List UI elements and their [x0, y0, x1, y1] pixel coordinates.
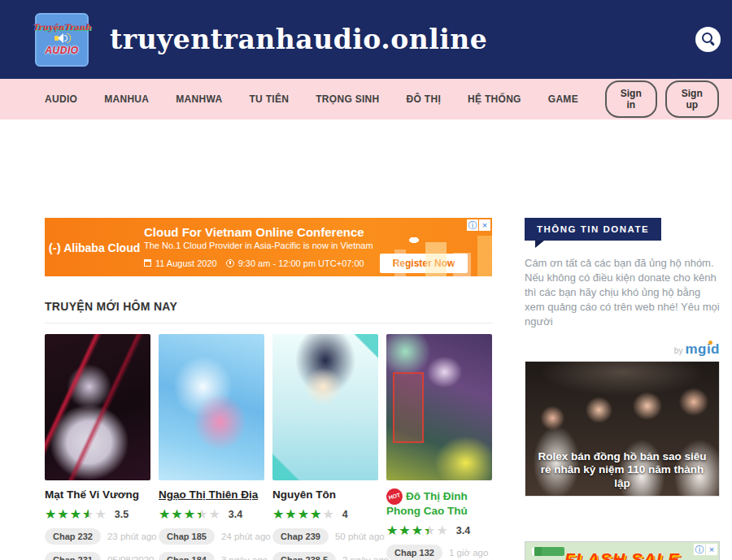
- chapter-row: Chap 184 3 ngày ago: [159, 552, 264, 560]
- chapter-badge[interactable]: Chap 238.5: [272, 552, 336, 560]
- chapter-badge[interactable]: Chap 185: [159, 528, 215, 545]
- speaker-icon: [54, 33, 69, 43]
- adchoices-info-icon[interactable]: ⓘ: [467, 219, 478, 231]
- clock-icon: [226, 259, 234, 267]
- comic-card: Mạt Thế Vi Vương ★★★★★★★★★★ 3.5 Chap 232…: [45, 334, 150, 560]
- chapter-row: Chap 239 50 phút ago: [272, 528, 378, 545]
- star-rating-icon: ★★★★★★★★★★: [45, 508, 107, 521]
- nav-item-audio[interactable]: AUDIO: [45, 93, 77, 105]
- ad-date: 11 August 2020: [155, 258, 217, 268]
- alibaba-ad-banner[interactable]: (-) Alibaba Cloud Cloud For Vietnam Onli…: [45, 218, 492, 276]
- chapter-time: 23 phút ago: [107, 532, 157, 541]
- site-logo[interactable]: TruyệnTranh AUDIO: [35, 13, 89, 67]
- rating-row: ★★★★★★★★★★ 3.4: [159, 508, 264, 521]
- rating-value: 4: [342, 509, 348, 520]
- rating-row: ★★★★★★★★★★ 3.4: [386, 524, 492, 537]
- chapter-time: 2 ngày ago: [342, 555, 389, 560]
- comic-cover-image[interactable]: [386, 334, 492, 480]
- donate-section-title: THÔNG TIN DONATE: [525, 218, 661, 241]
- ad-subtitle: The No.1 Cloud Provider in Asia-Pacific …: [144, 241, 492, 250]
- ad-close-icon[interactable]: ×: [479, 219, 490, 231]
- chapter-time: 50 phút ago: [335, 532, 385, 541]
- mgid-sponsored-ad[interactable]: Rolex bán đồng hồ bản sao siêu rẻ nhân k…: [525, 361, 720, 497]
- nav-item-game[interactable]: GAME: [548, 93, 578, 105]
- star-rating-icon: ★★★★★★★★★★: [159, 508, 221, 521]
- rating-row: ★★★★★★★★★★ 4: [272, 508, 378, 521]
- main-nav: AUDIO MANHUA MANHWA TU TIÊN TRỌNG SINH Đ…: [0, 79, 732, 119]
- main-content: (-) Alibaba Cloud Cloud For Vietnam Onli…: [0, 119, 732, 560]
- register-now-button[interactable]: Register Now: [380, 254, 468, 273]
- ad-time: 9:30 am - 12:00 pm UTC+07:00: [238, 258, 364, 268]
- ad-title: Cloud For Vietnam Online Conference: [144, 225, 492, 239]
- site-header: TruyệnTranh AUDIO truyentranhaudio.onlin…: [0, 0, 732, 79]
- chapter-row: Chap 238.5 2 ngày ago: [272, 552, 378, 560]
- sign-up-button[interactable]: Sign up: [665, 80, 720, 118]
- star-rating-icon: ★★★★★★★★★★: [272, 508, 335, 521]
- hot-badge: HOT: [385, 487, 404, 506]
- nav-item-do-thi[interactable]: ĐÔ THỊ: [407, 93, 441, 105]
- comic-card-grid: Mạt Thế Vi Vương ★★★★★★★★★★ 3.5 Chap 232…: [45, 334, 492, 560]
- flash-sale-ad[interactable]: ⓘ × FLASH SALE XEM NGAY: [525, 541, 720, 560]
- star-rating-icon: ★★★★★★★★★★: [386, 524, 449, 537]
- comic-title-link[interactable]: Ngạo Thị Thiên Địa: [159, 488, 264, 502]
- comic-cover-image[interactable]: [159, 334, 264, 480]
- chapter-row: Chap 132 1 giờ ago: [386, 545, 492, 560]
- rating-value: 3.5: [115, 509, 129, 520]
- comic-card: Nguyên Tôn ★★★★★★★★★★ 4 Chap 239 50 phút…: [272, 334, 378, 560]
- donate-message: Cám ơn tất cả các bạn đã ủng hộ nhóm. Nế…: [525, 256, 720, 329]
- adchoices-info-icon[interactable]: ⓘ: [694, 544, 705, 555]
- chapter-row: Chap 185 24 phút ago: [159, 528, 264, 545]
- sign-in-button[interactable]: Sign in: [605, 80, 657, 118]
- chapter-time: 05/08/2020: [107, 555, 155, 560]
- comic-card: Ngạo Thị Thiên Địa ★★★★★★★★★★ 3.4 Chap 1…: [159, 334, 264, 560]
- comic-cover-image[interactable]: [272, 334, 378, 480]
- logo-text-bottom: AUDIO: [45, 45, 78, 56]
- nav-item-tu-tien[interactable]: TU TIÊN: [249, 93, 289, 105]
- logo-text-top: TruyệnTranh: [33, 23, 91, 32]
- nav-item-he-thong[interactable]: HỆ THỐNG: [468, 93, 521, 105]
- mgid-ad-caption: Rolex bán đồng hồ bản sao siêu rẻ nhân k…: [525, 450, 719, 490]
- comic-title-link[interactable]: HOTĐô Thị Đỉnh Phong Cao Thủ: [386, 488, 492, 519]
- section-header: TRUYỆN MỚI HÔM NAY: [45, 299, 492, 323]
- mgid-attribution[interactable]: bymgid: [525, 341, 720, 358]
- rating-row: ★★★★★★★★★★ 3.5: [45, 508, 150, 521]
- chapter-time: 3 ngày ago: [221, 555, 268, 560]
- mgid-logo: mgid: [685, 341, 720, 357]
- flash-ad-brand-badge: [532, 547, 564, 556]
- nav-item-manhua[interactable]: MANHUA: [104, 93, 149, 105]
- ad-close-icon[interactable]: ×: [706, 544, 717, 555]
- rating-value: 3.4: [456, 525, 470, 536]
- rating-value: 3.4: [229, 509, 242, 520]
- chapter-row: Chap 231 05/08/2020: [45, 552, 150, 560]
- comic-cover-image[interactable]: [45, 334, 150, 480]
- chapter-time: 24 phút ago: [221, 532, 271, 541]
- nav-item-manhwa[interactable]: MANHWA: [176, 93, 222, 105]
- chapter-row: Chap 232 23 phút ago: [45, 528, 150, 545]
- site-title[interactable]: truyentranhaudio.online: [110, 24, 487, 55]
- comic-card: HOTĐô Thị Đỉnh Phong Cao Thủ ★★★★★★★★★★ …: [386, 334, 492, 560]
- chapter-badge[interactable]: Chap 239: [272, 528, 329, 545]
- chapter-badge[interactable]: Chap 132: [386, 545, 442, 560]
- section-title: TRUYỆN MỚI HÔM NAY: [45, 300, 177, 313]
- chapter-time: 1 giờ ago: [449, 548, 488, 558]
- search-icon[interactable]: [695, 27, 721, 52]
- nav-item-trong-sinh[interactable]: TRỌNG SINH: [316, 93, 379, 105]
- chapter-badge[interactable]: Chap 231: [45, 552, 101, 560]
- alibaba-logo-icon: (-): [49, 241, 61, 254]
- comic-title-link[interactable]: Mạt Thế Vi Vương: [45, 488, 150, 502]
- chapter-badge[interactable]: Chap 232: [45, 528, 101, 545]
- calendar-icon: [144, 259, 151, 267]
- chapter-badge[interactable]: Chap 184: [159, 552, 215, 560]
- alibaba-cloud-logo: (-) Alibaba Cloud: [45, 241, 144, 254]
- comic-title-link[interactable]: Nguyên Tôn: [272, 488, 378, 502]
